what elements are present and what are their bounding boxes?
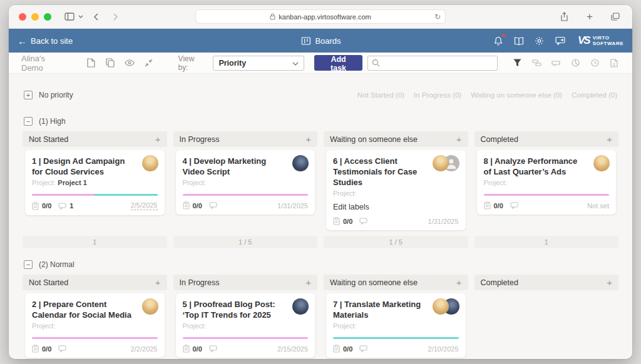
add-card-button[interactable]: + bbox=[607, 134, 612, 144]
column-header: Waiting on someone else+ bbox=[324, 131, 468, 147]
add-card-button[interactable]: + bbox=[155, 277, 161, 288]
task-card[interactable]: 5 | Proofread Blog Post: ‘Top IT Trends … bbox=[176, 293, 315, 358]
summary-count: Waiting on someone else (0) bbox=[471, 91, 562, 99]
column-header: Not Started+ bbox=[23, 131, 167, 147]
avatar[interactable] bbox=[142, 298, 158, 315]
labels-icon[interactable] bbox=[550, 58, 562, 69]
checklist-count: 0/0 bbox=[343, 218, 352, 225]
copy-icon[interactable] bbox=[105, 57, 116, 69]
task-card[interactable]: 8 | Analyze Performance of Last Quarter’… bbox=[477, 150, 617, 215]
sidebar-icon[interactable] bbox=[63, 10, 76, 24]
comment-icon[interactable] bbox=[510, 202, 518, 209]
avatar[interactable] bbox=[433, 298, 449, 315]
add-task-button[interactable]: Add task bbox=[314, 55, 362, 71]
checklist-icon bbox=[32, 202, 39, 210]
new-tab-icon[interactable]: + bbox=[583, 10, 597, 24]
export-report-icon[interactable] bbox=[608, 58, 620, 69]
settings-gear-icon[interactable] bbox=[534, 35, 545, 46]
notifications-icon[interactable] bbox=[493, 35, 504, 46]
tab-overview-icon[interactable] bbox=[608, 10, 622, 24]
project-value: Project 1 bbox=[58, 179, 86, 186]
pie-chart-icon[interactable] bbox=[570, 58, 581, 69]
search-input[interactable] bbox=[367, 56, 498, 71]
brand-line-1: VIRTO bbox=[593, 35, 610, 41]
history-icon[interactable] bbox=[589, 58, 600, 69]
card-avatars bbox=[433, 155, 459, 171]
comment-icon[interactable] bbox=[209, 345, 217, 352]
card-footer: 0/02/2/2025 bbox=[32, 345, 158, 353]
comment-icon[interactable] bbox=[58, 203, 66, 210]
brand-line-2: SOFTWARE bbox=[593, 41, 623, 46]
zoom-window-button[interactable] bbox=[44, 13, 51, 21]
avatar[interactable] bbox=[433, 155, 449, 171]
column-cards: 6 | Access Client Testimonials for Case … bbox=[324, 147, 468, 233]
section-toggle[interactable]: + bbox=[24, 91, 33, 99]
filter-icon[interactable] bbox=[511, 58, 523, 69]
add-card-button[interactable]: + bbox=[607, 277, 612, 288]
swimlanes-icon[interactable] bbox=[531, 58, 542, 69]
column-cards: 4 | Develop Marketing Video ScriptProjec… bbox=[173, 147, 318, 233]
task-card[interactable]: 4 | Develop Marketing Video ScriptProjec… bbox=[176, 150, 315, 215]
add-card-button[interactable]: + bbox=[456, 134, 462, 144]
docs-icon[interactable] bbox=[513, 35, 525, 46]
column-title: Waiting on someone else bbox=[330, 278, 418, 287]
column-row: Not Started+1 | Design Ad Campaign for C… bbox=[23, 131, 618, 248]
close-window-button[interactable] bbox=[19, 13, 26, 21]
task-card[interactable]: 7 | Translate Marketing MaterialsProject… bbox=[326, 293, 466, 358]
browser-chrome: kanban-app.virtosoftware.com ↻ + bbox=[9, 5, 632, 29]
progress-segment bbox=[484, 194, 610, 196]
progress-segment bbox=[333, 337, 459, 339]
column-title: Not Started bbox=[29, 278, 68, 287]
section-header: −(2) Normal bbox=[23, 255, 618, 275]
feedback-chat-icon[interactable] bbox=[555, 35, 566, 46]
column-row: Not Started+2 | Prepare Content Calendar… bbox=[23, 275, 618, 359]
comment-icon[interactable] bbox=[209, 202, 217, 209]
checklist-icon bbox=[32, 345, 39, 353]
card-title: 4 | Develop Marketing Video Script bbox=[183, 156, 309, 177]
progress-bar bbox=[183, 194, 309, 196]
task-card[interactable]: 6 | Access Client Testimonials for Case … bbox=[326, 150, 466, 230]
kanban-column: Completed+0 bbox=[474, 275, 619, 359]
comment-count: 1 bbox=[69, 202, 73, 210]
avatar[interactable] bbox=[292, 298, 309, 315]
add-card-button[interactable]: + bbox=[155, 134, 161, 144]
chevron-down-icon[interactable] bbox=[76, 10, 85, 24]
task-card[interactable]: 2 | Prepare Content Calendar for Social … bbox=[25, 293, 165, 358]
comment-icon[interactable] bbox=[359, 345, 367, 352]
column-header: Waiting on someone else+ bbox=[324, 275, 468, 290]
comment-icon[interactable] bbox=[359, 218, 367, 225]
address-bar[interactable]: kanban-app.virtosoftware.com ↻ bbox=[195, 9, 446, 24]
avatar[interactable] bbox=[593, 155, 610, 171]
project-label: Project: bbox=[484, 179, 507, 186]
comment-icon[interactable] bbox=[58, 345, 66, 352]
forward-nav-icon[interactable] bbox=[109, 10, 123, 24]
share-icon[interactable] bbox=[557, 10, 571, 24]
visibility-icon[interactable] bbox=[124, 57, 136, 69]
new-task-icon[interactable] bbox=[86, 57, 98, 69]
back-to-site-link[interactable]: ← Back to site bbox=[18, 36, 73, 46]
section-title: No priority bbox=[39, 91, 73, 99]
collapse-all-icon[interactable] bbox=[143, 57, 155, 69]
progress-segment bbox=[32, 194, 95, 196]
summary-count: In Progress (0) bbox=[414, 91, 461, 99]
reload-icon[interactable]: ↻ bbox=[434, 13, 441, 21]
section-summary: Not Started (0)In Progress (0)Waiting on… bbox=[357, 91, 617, 99]
avatar[interactable] bbox=[292, 155, 309, 171]
back-nav-icon[interactable] bbox=[89, 10, 103, 24]
progress-bar bbox=[32, 194, 158, 196]
section-toggle[interactable]: − bbox=[24, 117, 33, 126]
checklist-icon bbox=[333, 345, 340, 353]
search-icon bbox=[372, 59, 380, 67]
add-card-button[interactable]: + bbox=[305, 277, 311, 288]
add-card-button[interactable]: + bbox=[456, 277, 462, 288]
minimize-window-button[interactable] bbox=[31, 13, 39, 21]
add-card-button[interactable]: + bbox=[305, 134, 311, 144]
view-by-dropdown[interactable]: Priority bbox=[213, 56, 304, 71]
section-toggle[interactable]: − bbox=[24, 260, 33, 269]
task-card[interactable]: 1 | Design Ad Campaign for Cloud Service… bbox=[25, 150, 165, 215]
nav-boards[interactable]: Boards bbox=[300, 35, 341, 46]
avatar[interactable] bbox=[142, 155, 158, 171]
edit-labels-link[interactable]: Edit labels bbox=[333, 203, 459, 211]
back-to-site-label: Back to site bbox=[31, 36, 73, 46]
due-date[interactable]: 2/5/2025 bbox=[131, 201, 158, 210]
